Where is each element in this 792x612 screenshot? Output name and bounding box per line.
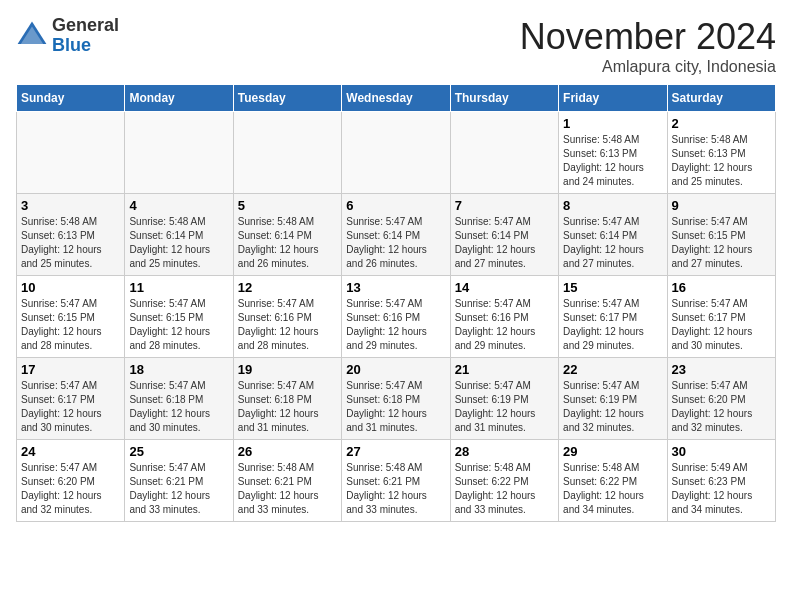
calendar-cell: 21Sunrise: 5:47 AM Sunset: 6:19 PM Dayli… xyxy=(450,358,558,440)
day-info: Sunrise: 5:47 AM Sunset: 6:14 PM Dayligh… xyxy=(455,215,554,271)
weekday-header-saturday: Saturday xyxy=(667,85,775,112)
calendar-cell: 13Sunrise: 5:47 AM Sunset: 6:16 PM Dayli… xyxy=(342,276,450,358)
weekday-header-friday: Friday xyxy=(559,85,667,112)
calendar-cell: 20Sunrise: 5:47 AM Sunset: 6:18 PM Dayli… xyxy=(342,358,450,440)
day-number: 10 xyxy=(21,280,120,295)
calendar-cell: 7Sunrise: 5:47 AM Sunset: 6:14 PM Daylig… xyxy=(450,194,558,276)
calendar-cell: 9Sunrise: 5:47 AM Sunset: 6:15 PM Daylig… xyxy=(667,194,775,276)
day-number: 9 xyxy=(672,198,771,213)
calendar-cell: 10Sunrise: 5:47 AM Sunset: 6:15 PM Dayli… xyxy=(17,276,125,358)
day-info: Sunrise: 5:48 AM Sunset: 6:21 PM Dayligh… xyxy=(346,461,445,517)
calendar-cell: 24Sunrise: 5:47 AM Sunset: 6:20 PM Dayli… xyxy=(17,440,125,522)
calendar-cell: 2Sunrise: 5:48 AM Sunset: 6:13 PM Daylig… xyxy=(667,112,775,194)
calendar-table: SundayMondayTuesdayWednesdayThursdayFrid… xyxy=(16,84,776,522)
calendar-cell: 30Sunrise: 5:49 AM Sunset: 6:23 PM Dayli… xyxy=(667,440,775,522)
day-number: 29 xyxy=(563,444,662,459)
title-block: November 2024 Amlapura city, Indonesia xyxy=(520,16,776,76)
logo: General Blue xyxy=(16,16,119,56)
day-number: 6 xyxy=(346,198,445,213)
calendar-cell: 15Sunrise: 5:47 AM Sunset: 6:17 PM Dayli… xyxy=(559,276,667,358)
day-info: Sunrise: 5:48 AM Sunset: 6:14 PM Dayligh… xyxy=(238,215,337,271)
week-row-3: 10Sunrise: 5:47 AM Sunset: 6:15 PM Dayli… xyxy=(17,276,776,358)
weekday-header-tuesday: Tuesday xyxy=(233,85,341,112)
day-info: Sunrise: 5:47 AM Sunset: 6:17 PM Dayligh… xyxy=(672,297,771,353)
day-info: Sunrise: 5:47 AM Sunset: 6:14 PM Dayligh… xyxy=(346,215,445,271)
day-info: Sunrise: 5:48 AM Sunset: 6:13 PM Dayligh… xyxy=(672,133,771,189)
calendar-cell: 25Sunrise: 5:47 AM Sunset: 6:21 PM Dayli… xyxy=(125,440,233,522)
day-number: 18 xyxy=(129,362,228,377)
calendar-cell: 27Sunrise: 5:48 AM Sunset: 6:21 PM Dayli… xyxy=(342,440,450,522)
day-info: Sunrise: 5:48 AM Sunset: 6:22 PM Dayligh… xyxy=(563,461,662,517)
day-number: 19 xyxy=(238,362,337,377)
calendar-cell: 18Sunrise: 5:47 AM Sunset: 6:18 PM Dayli… xyxy=(125,358,233,440)
day-info: Sunrise: 5:47 AM Sunset: 6:18 PM Dayligh… xyxy=(346,379,445,435)
calendar-cell xyxy=(450,112,558,194)
calendar-cell xyxy=(233,112,341,194)
day-info: Sunrise: 5:48 AM Sunset: 6:22 PM Dayligh… xyxy=(455,461,554,517)
day-info: Sunrise: 5:47 AM Sunset: 6:17 PM Dayligh… xyxy=(563,297,662,353)
logo-blue-text: Blue xyxy=(52,35,91,55)
day-number: 1 xyxy=(563,116,662,131)
day-info: Sunrise: 5:47 AM Sunset: 6:19 PM Dayligh… xyxy=(563,379,662,435)
calendar-cell: 29Sunrise: 5:48 AM Sunset: 6:22 PM Dayli… xyxy=(559,440,667,522)
calendar-cell: 4Sunrise: 5:48 AM Sunset: 6:14 PM Daylig… xyxy=(125,194,233,276)
day-number: 24 xyxy=(21,444,120,459)
logo-icon xyxy=(16,20,48,52)
day-info: Sunrise: 5:47 AM Sunset: 6:15 PM Dayligh… xyxy=(672,215,771,271)
day-number: 16 xyxy=(672,280,771,295)
day-number: 13 xyxy=(346,280,445,295)
day-number: 8 xyxy=(563,198,662,213)
day-number: 4 xyxy=(129,198,228,213)
logo-general-text: General xyxy=(52,15,119,35)
day-number: 23 xyxy=(672,362,771,377)
day-number: 27 xyxy=(346,444,445,459)
day-info: Sunrise: 5:49 AM Sunset: 6:23 PM Dayligh… xyxy=(672,461,771,517)
day-number: 22 xyxy=(563,362,662,377)
day-info: Sunrise: 5:47 AM Sunset: 6:15 PM Dayligh… xyxy=(21,297,120,353)
calendar-cell xyxy=(125,112,233,194)
calendar-cell: 1Sunrise: 5:48 AM Sunset: 6:13 PM Daylig… xyxy=(559,112,667,194)
day-info: Sunrise: 5:47 AM Sunset: 6:14 PM Dayligh… xyxy=(563,215,662,271)
day-info: Sunrise: 5:48 AM Sunset: 6:13 PM Dayligh… xyxy=(563,133,662,189)
calendar-cell: 14Sunrise: 5:47 AM Sunset: 6:16 PM Dayli… xyxy=(450,276,558,358)
location-subtitle: Amlapura city, Indonesia xyxy=(520,58,776,76)
weekday-header-row: SundayMondayTuesdayWednesdayThursdayFrid… xyxy=(17,85,776,112)
week-row-4: 17Sunrise: 5:47 AM Sunset: 6:17 PM Dayli… xyxy=(17,358,776,440)
day-number: 3 xyxy=(21,198,120,213)
calendar-cell: 8Sunrise: 5:47 AM Sunset: 6:14 PM Daylig… xyxy=(559,194,667,276)
week-row-5: 24Sunrise: 5:47 AM Sunset: 6:20 PM Dayli… xyxy=(17,440,776,522)
day-number: 5 xyxy=(238,198,337,213)
day-number: 26 xyxy=(238,444,337,459)
day-number: 15 xyxy=(563,280,662,295)
day-info: Sunrise: 5:47 AM Sunset: 6:16 PM Dayligh… xyxy=(346,297,445,353)
calendar-cell: 11Sunrise: 5:47 AM Sunset: 6:15 PM Dayli… xyxy=(125,276,233,358)
calendar-cell: 3Sunrise: 5:48 AM Sunset: 6:13 PM Daylig… xyxy=(17,194,125,276)
calendar-cell xyxy=(342,112,450,194)
weekday-header-thursday: Thursday xyxy=(450,85,558,112)
month-year-title: November 2024 xyxy=(520,16,776,58)
calendar-cell: 22Sunrise: 5:47 AM Sunset: 6:19 PM Dayli… xyxy=(559,358,667,440)
calendar-cell: 28Sunrise: 5:48 AM Sunset: 6:22 PM Dayli… xyxy=(450,440,558,522)
day-number: 7 xyxy=(455,198,554,213)
day-number: 28 xyxy=(455,444,554,459)
day-info: Sunrise: 5:47 AM Sunset: 6:21 PM Dayligh… xyxy=(129,461,228,517)
calendar-cell: 12Sunrise: 5:47 AM Sunset: 6:16 PM Dayli… xyxy=(233,276,341,358)
calendar-cell: 17Sunrise: 5:47 AM Sunset: 6:17 PM Dayli… xyxy=(17,358,125,440)
calendar-cell: 19Sunrise: 5:47 AM Sunset: 6:18 PM Dayli… xyxy=(233,358,341,440)
day-info: Sunrise: 5:47 AM Sunset: 6:15 PM Dayligh… xyxy=(129,297,228,353)
calendar-cell: 26Sunrise: 5:48 AM Sunset: 6:21 PM Dayli… xyxy=(233,440,341,522)
week-row-2: 3Sunrise: 5:48 AM Sunset: 6:13 PM Daylig… xyxy=(17,194,776,276)
day-info: Sunrise: 5:47 AM Sunset: 6:18 PM Dayligh… xyxy=(238,379,337,435)
day-info: Sunrise: 5:48 AM Sunset: 6:14 PM Dayligh… xyxy=(129,215,228,271)
day-info: Sunrise: 5:47 AM Sunset: 6:16 PM Dayligh… xyxy=(238,297,337,353)
page-header: General Blue November 2024 Amlapura city… xyxy=(16,16,776,76)
calendar-cell: 5Sunrise: 5:48 AM Sunset: 6:14 PM Daylig… xyxy=(233,194,341,276)
day-number: 30 xyxy=(672,444,771,459)
day-info: Sunrise: 5:47 AM Sunset: 6:18 PM Dayligh… xyxy=(129,379,228,435)
calendar-cell: 16Sunrise: 5:47 AM Sunset: 6:17 PM Dayli… xyxy=(667,276,775,358)
weekday-header-monday: Monday xyxy=(125,85,233,112)
day-info: Sunrise: 5:47 AM Sunset: 6:20 PM Dayligh… xyxy=(21,461,120,517)
day-info: Sunrise: 5:47 AM Sunset: 6:20 PM Dayligh… xyxy=(672,379,771,435)
day-number: 2 xyxy=(672,116,771,131)
calendar-cell: 6Sunrise: 5:47 AM Sunset: 6:14 PM Daylig… xyxy=(342,194,450,276)
